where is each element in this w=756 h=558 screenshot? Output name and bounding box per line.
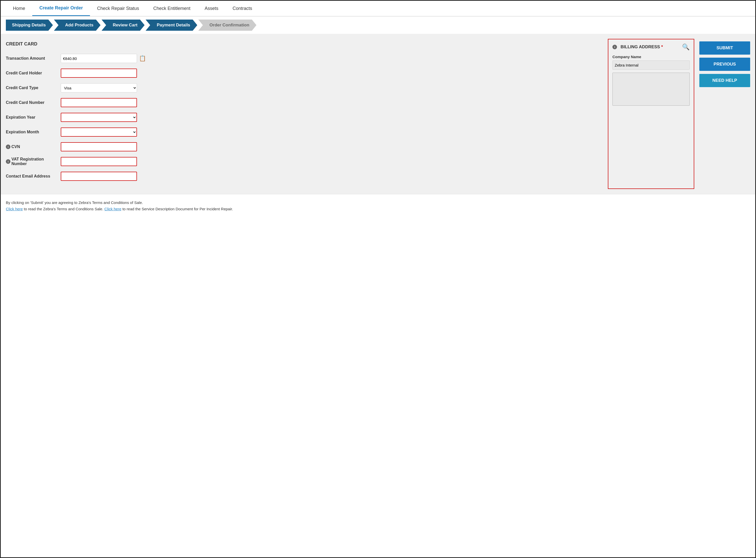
vat-label: i VAT Registration Number: [6, 157, 57, 166]
steps-bar: Shipping Details Add Products Review Car…: [1, 17, 755, 34]
expiration-year-select[interactable]: 2024 2025 2026 2027 2028: [61, 113, 137, 122]
footer-link2[interactable]: Click here: [104, 207, 121, 211]
previous-button[interactable]: PREVIOUS: [699, 58, 750, 71]
need-help-button[interactable]: NEED HELP: [699, 74, 750, 87]
expiration-month-select[interactable]: 01 02 03 04 05 06 07 08 09 10 11 12: [61, 127, 137, 137]
cvn-row: i CVN: [6, 142, 603, 151]
billing-address-section: i BILLING ADDRESS * 🔍 Company Name: [608, 39, 694, 189]
submit-button[interactable]: SUBMIT: [699, 42, 750, 55]
credit-card-title: CREDIT CARD: [6, 42, 603, 49]
top-navigation: Home Create Repair Order Check Repair St…: [1, 1, 755, 17]
credit-card-number-row: Credit Card Number: [6, 98, 603, 107]
credit-card-number-input[interactable]: [61, 98, 137, 107]
step-add-products[interactable]: Add Products: [54, 20, 100, 31]
credit-card-type-row: Credit Card Type Visa Mastercard America…: [6, 83, 603, 93]
footer-line2: Click here to read the Zebra's Terms and…: [6, 207, 750, 211]
credit-card-number-label: Credit Card Number: [6, 100, 57, 105]
contact-email-label: Contact Email Address: [6, 174, 57, 179]
billing-header: i BILLING ADDRESS * 🔍: [612, 44, 690, 51]
billing-search-icon[interactable]: 🔍: [682, 44, 690, 51]
credit-card-type-label: Credit Card Type: [6, 85, 57, 90]
footer-link1[interactable]: Click here: [6, 207, 23, 211]
transaction-amount-input[interactable]: [61, 54, 137, 63]
credit-card-type-select[interactable]: Visa Mastercard American Express Discove…: [61, 83, 137, 93]
nav-create-repair-order[interactable]: Create Repair Order: [32, 1, 90, 16]
credit-card-holder-label: Credit Card Holder: [6, 71, 57, 75]
contact-email-input[interactable]: [61, 172, 137, 181]
footer-text2b: to read the Service Description Document…: [122, 207, 233, 211]
company-name-label: Company Name: [612, 55, 690, 59]
nav-assets[interactable]: Assets: [197, 1, 225, 16]
contact-email-row: Contact Email Address: [6, 172, 603, 181]
main-content: CREDIT CARD Transaction Amount 📋 Credit …: [1, 34, 755, 194]
billing-title: BILLING ADDRESS *: [620, 45, 680, 50]
footer-text2a: to read the Zebra's Terms and Conditions…: [24, 207, 104, 211]
nav-contracts[interactable]: Contracts: [225, 1, 259, 16]
step-order-confirmation[interactable]: Order Confirmation: [198, 20, 257, 31]
expiration-year-row: Expiration Year 2024 2025 2026 2027 2028: [6, 113, 603, 122]
cvn-label: i CVN: [6, 145, 57, 149]
step-review-cart[interactable]: Review Cart: [102, 20, 145, 31]
billing-info-icon[interactable]: i: [612, 45, 617, 49]
step-payment-details[interactable]: Payment Details: [146, 20, 197, 31]
cvn-info-icon[interactable]: i: [6, 145, 10, 149]
expiration-month-label: Expiration Month: [6, 130, 57, 134]
transaction-amount-label: Transaction Amount: [6, 56, 57, 61]
nav-check-repair-status[interactable]: Check Repair Status: [90, 1, 146, 16]
billing-required-star: *: [661, 45, 663, 49]
expiration-month-row: Expiration Month 01 02 03 04 05 06 07 08…: [6, 127, 603, 137]
vat-input[interactable]: [61, 157, 137, 166]
vat-row: i VAT Registration Number: [6, 157, 603, 166]
credit-card-section: CREDIT CARD Transaction Amount 📋 Credit …: [6, 39, 603, 189]
transaction-amount-row: Transaction Amount 📋: [6, 54, 603, 63]
credit-card-holder-input[interactable]: [61, 69, 137, 78]
document-icon[interactable]: 📋: [139, 55, 146, 62]
footer: By clicking on 'Submit' you are agreeing…: [1, 194, 755, 219]
transaction-amount-field-group: 📋: [61, 54, 146, 63]
nav-check-entitlement[interactable]: Check Entitlement: [146, 1, 197, 16]
vat-info-icon[interactable]: i: [6, 159, 10, 164]
cvn-input[interactable]: [61, 142, 137, 151]
expiration-year-label: Expiration Year: [6, 115, 57, 120]
buttons-section: SUBMIT PREVIOUS NEED HELP: [699, 39, 750, 189]
company-name-input[interactable]: [612, 60, 690, 70]
step-shipping[interactable]: Shipping Details: [6, 20, 53, 31]
billing-address-textarea[interactable]: [612, 73, 690, 106]
nav-home[interactable]: Home: [6, 1, 32, 16]
footer-line1: By clicking on 'Submit' you are agreeing…: [6, 200, 750, 205]
credit-card-holder-row: Credit Card Holder: [6, 69, 603, 78]
